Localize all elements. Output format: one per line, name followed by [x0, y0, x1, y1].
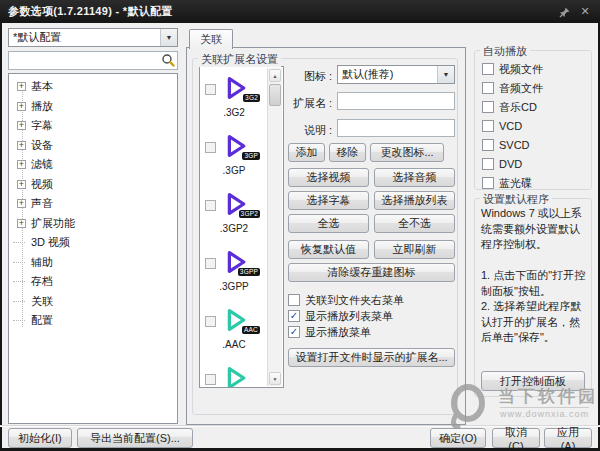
checkbox[interactable]: ✓	[482, 120, 494, 132]
checkbox[interactable]: ✓	[482, 82, 494, 94]
select-audio-button[interactable]: 选择音频	[374, 168, 455, 187]
checkbox[interactable]: ✓	[482, 177, 494, 189]
assoc-checkbox-row[interactable]: ✓ 关联到文件夹右菜单	[288, 292, 404, 308]
format-badge: 3GP2	[239, 210, 260, 218]
close-icon[interactable]: ✕	[576, 4, 594, 19]
autoplay-checkbox-row[interactable]: ✓ 音频文件	[482, 80, 543, 96]
sidebar-item[interactable]: + 播放	[9, 97, 177, 117]
assoc-checkbox-row[interactable]: ✓ 显示播放菜单	[288, 324, 404, 340]
expand-plus-icon[interactable]: +	[17, 141, 26, 150]
extension-checkbox[interactable]: ✓	[205, 142, 216, 153]
extension-checkbox[interactable]: ✓	[205, 200, 216, 211]
restore-default-button[interactable]: 恢复默认值	[288, 240, 369, 259]
extension-item[interactable]: ✓ AAC .AAC	[200, 303, 268, 361]
extension-name: .3G2	[200, 107, 268, 118]
checkbox[interactable]: ✓	[288, 310, 300, 322]
expand-plus-icon[interactable]: +	[17, 82, 26, 91]
checkbox-label: 视频文件	[499, 62, 543, 77]
icon-select[interactable]: 默认(推荐) ▼	[337, 65, 455, 84]
sidebar-item[interactable]: + 设备	[9, 136, 177, 156]
autoplay-checkbox-row[interactable]: ✓ 蓝光碟	[482, 175, 543, 191]
assoc-checkbox-row[interactable]: ✓ 显示播放列表菜单	[288, 308, 404, 324]
export-config-button[interactable]: 导出当前配置(S)...	[77, 428, 193, 448]
ext-input[interactable]	[337, 92, 455, 110]
sidebar-item[interactable]: + 3D 视频	[9, 233, 177, 253]
select-video-button[interactable]: 选择视频	[288, 168, 369, 187]
checkbox[interactable]: ✓	[288, 326, 300, 338]
rebuild-icon-cache-button[interactable]: 清除缓存重建图标	[288, 263, 455, 282]
extension-item[interactable]: ✓ 3G2 .3G2	[200, 71, 268, 129]
scroll-up-icon[interactable]: ▲	[269, 69, 281, 82]
autoplay-checkbox-row[interactable]: ✓ 视频文件	[482, 61, 543, 77]
refresh-now-button[interactable]: 立即刷新	[374, 240, 455, 259]
sidebar-item[interactable]: + 配置	[9, 311, 177, 331]
checkbox[interactable]: ✓	[482, 139, 494, 151]
extension-checkbox[interactable]: ✓	[205, 374, 216, 385]
extension-list-scrollbar[interactable]: ▲ ▼	[267, 68, 282, 386]
expand-plus-icon[interactable]: +	[17, 199, 26, 208]
sidebar-item[interactable]: + 存档	[9, 272, 177, 292]
open-control-panel-button[interactable]: 打开控制面板	[481, 371, 585, 391]
pin-icon[interactable]	[556, 4, 574, 19]
extension-item[interactable]: ✓ 3GPP .3GPP	[200, 245, 268, 303]
extension-item[interactable]: ✓	[200, 361, 268, 388]
extension-name: .3GP	[200, 165, 268, 176]
ok-button[interactable]: 确定(O)	[430, 428, 486, 448]
expand-plus-icon[interactable]: +	[17, 102, 26, 111]
tab-association[interactable]: 关联	[189, 29, 233, 49]
extension-item[interactable]: ✓ 3GP2 .3GP2	[200, 187, 268, 245]
extension-checkbox[interactable]: ✓	[205, 316, 216, 327]
select-none-button[interactable]: 全不选	[374, 214, 455, 233]
checkbox-label: 关联到文件夹右菜单	[305, 293, 404, 308]
sidebar-item[interactable]: + 关联	[9, 292, 177, 312]
autoplay-checkbox-row[interactable]: ✓ DVD	[482, 156, 543, 172]
apply-button[interactable]: 应用(A)	[544, 428, 592, 448]
change-icon-button[interactable]: 更改图标...	[370, 143, 444, 162]
search-input[interactable]	[8, 51, 178, 70]
chevron-down-icon[interactable]: ▼	[160, 29, 177, 46]
sidebar-item[interactable]: + 声音	[9, 194, 177, 214]
cancel-button[interactable]: 取消(C)	[492, 428, 540, 448]
initialize-button[interactable]: 初始化(I)	[8, 428, 72, 448]
select-playlist-button[interactable]: 选择播放列表	[374, 191, 455, 210]
desc-input[interactable]	[337, 119, 455, 137]
title-bar[interactable]: 参数选项(1.7.21149) - *默认配置 ✕	[0, 0, 600, 23]
remove-button[interactable]: 移除	[329, 143, 366, 162]
sidebar-item-label: 滤镜	[31, 157, 53, 172]
select-all-button[interactable]: 全选	[288, 214, 369, 233]
sidebar-item[interactable]: + 滤镜	[9, 155, 177, 175]
set-open-ext-button[interactable]: 设置打开文件时显示的扩展名...	[288, 348, 455, 367]
checkbox[interactable]: ✓	[288, 294, 300, 306]
autoplay-checkbox-row[interactable]: ✓ VCD	[482, 118, 543, 134]
search-icon[interactable]	[161, 53, 175, 69]
checkbox[interactable]: ✓	[482, 158, 494, 170]
extension-checkbox[interactable]: ✓	[205, 84, 216, 95]
search-box[interactable]	[8, 51, 178, 70]
extension-list[interactable]: ✓ 3G2 .3G2 ✓ 3GP	[199, 66, 284, 388]
sidebar-item[interactable]: + 扩展功能	[9, 214, 177, 234]
extension-item[interactable]: ✓ 3GP .3GP	[200, 129, 268, 187]
sidebar-item[interactable]: + 辅助	[9, 253, 177, 273]
checkbox[interactable]: ✓	[482, 101, 494, 113]
checkbox-label: 音频文件	[499, 81, 543, 96]
settings-tree[interactable]: + 基本 + 播放 +	[8, 73, 178, 424]
sidebar-item[interactable]: + 视频	[9, 175, 177, 195]
sidebar-item[interactable]: + 基本	[9, 77, 177, 97]
scroll-down-icon[interactable]: ▼	[269, 372, 281, 385]
autoplay-checkbox-row[interactable]: ✓ SVCD	[482, 137, 543, 153]
expand-plus-icon[interactable]: +	[17, 121, 26, 130]
expand-plus-icon[interactable]: +	[17, 160, 26, 169]
select-subtitle-button[interactable]: 选择字幕	[288, 191, 369, 210]
sidebar-item-label: 扩展功能	[31, 216, 75, 231]
scrollbar-thumb[interactable]	[269, 84, 281, 106]
expand-plus-icon[interactable]: +	[17, 219, 26, 228]
chevron-down-icon[interactable]: ▼	[437, 66, 454, 83]
checkbox[interactable]: ✓	[482, 63, 494, 75]
add-button[interactable]: 添加	[288, 143, 325, 162]
profile-select[interactable]: *默认配置 ▼	[8, 28, 178, 47]
expand-plus-icon[interactable]: +	[17, 180, 26, 189]
sidebar-item-label: 关联	[31, 294, 53, 309]
extension-checkbox[interactable]: ✓	[205, 258, 216, 269]
autoplay-checkbox-row[interactable]: ✓ 音乐CD	[482, 99, 543, 115]
sidebar-item[interactable]: + 字幕	[9, 116, 177, 136]
